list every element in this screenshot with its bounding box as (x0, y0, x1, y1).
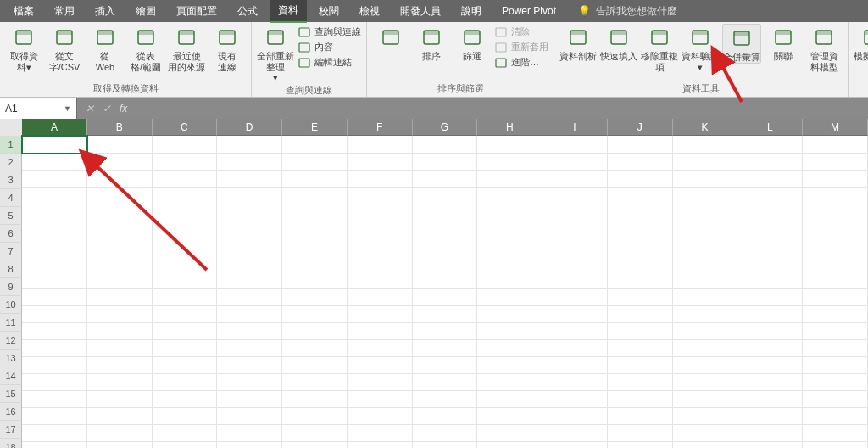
cell-L2[interactable] (737, 153, 803, 171)
select-all-corner[interactable] (0, 119, 23, 137)
from-text-csv-button[interactable]: 從文字/CSV (46, 24, 83, 72)
fx-icon[interactable]: fx (120, 103, 127, 115)
cell-C12[interactable] (153, 322, 218, 340)
cell-L11[interactable] (737, 305, 803, 323)
cell-L5[interactable] (737, 204, 803, 221)
cell-D6[interactable] (217, 221, 282, 238)
cell-B6[interactable] (87, 221, 153, 238)
row-header-15[interactable]: 15 (0, 385, 22, 403)
cell-F3[interactable] (348, 170, 413, 188)
col-header-A[interactable]: A (22, 119, 87, 136)
cell-D16[interactable] (217, 390, 282, 408)
cell-F19[interactable] (348, 441, 413, 448)
menu-tab-資料[interactable]: 資料 (270, 0, 307, 23)
cell-L4[interactable] (737, 187, 803, 204)
cell-G10[interactable] (413, 288, 478, 306)
cell-F11[interactable] (348, 305, 413, 323)
cell-C1[interactable] (153, 136, 218, 154)
cell-H14[interactable] (477, 356, 542, 374)
cell-D12[interactable] (217, 322, 282, 340)
cell-I3[interactable] (542, 170, 608, 188)
cell-K7[interactable] (673, 238, 738, 255)
cell-C9[interactable] (153, 272, 218, 289)
cell-L18[interactable] (737, 424, 803, 442)
cell-D11[interactable] (217, 305, 282, 323)
row-header-18[interactable]: 18 (0, 439, 22, 448)
cell-G2[interactable] (413, 153, 478, 171)
row-header-7[interactable]: 7 (0, 243, 22, 260)
col-header-K[interactable]: K (673, 119, 738, 136)
cell-J9[interactable] (608, 272, 673, 289)
cell-E11[interactable] (282, 305, 348, 323)
cell-J2[interactable] (608, 153, 673, 171)
cell-H6[interactable] (477, 221, 542, 238)
cell-J18[interactable] (608, 424, 673, 442)
cell-L7[interactable] (737, 238, 803, 255)
cell-B19[interactable] (87, 441, 153, 448)
cell-G6[interactable] (413, 221, 478, 238)
cell-J15[interactable] (608, 373, 673, 391)
col-header-G[interactable]: G (413, 119, 478, 136)
cell-F8[interactable] (348, 255, 413, 272)
cell-J17[interactable] (608, 407, 673, 425)
cell-G17[interactable] (413, 407, 478, 425)
cell-L14[interactable] (737, 356, 803, 374)
cell-L17[interactable] (737, 407, 803, 425)
relationships-button[interactable]: 關聯 (765, 24, 802, 62)
name-box[interactable]: A1 ▼ (0, 98, 77, 119)
cell-G13[interactable] (413, 339, 478, 357)
cell-C3[interactable] (153, 170, 218, 188)
cell-E16[interactable] (282, 390, 348, 408)
cell-C19[interactable] (153, 441, 218, 448)
cell-J12[interactable] (608, 322, 673, 340)
cell-M3[interactable] (803, 170, 868, 188)
cell-M9[interactable] (803, 272, 868, 289)
cell-E6[interactable] (282, 221, 348, 238)
cell-K10[interactable] (673, 288, 738, 306)
manage-data-model-button[interactable]: 管理資料模型 (805, 24, 843, 72)
col-header-D[interactable]: D (217, 119, 282, 136)
row-header-6[interactable]: 6 (0, 225, 22, 243)
cell-L3[interactable] (737, 170, 803, 188)
row-header-13[interactable]: 13 (0, 350, 22, 367)
cell-K8[interactable] (673, 255, 738, 272)
cell-B14[interactable] (87, 356, 153, 374)
cell-A19[interactable] (22, 441, 87, 448)
row-header-10[interactable]: 10 (0, 296, 22, 314)
cell-K11[interactable] (673, 305, 738, 323)
cell-K13[interactable] (673, 339, 738, 357)
cell-E19[interactable] (282, 441, 348, 448)
cell-G3[interactable] (413, 170, 478, 188)
cell-J13[interactable] (608, 339, 673, 357)
col-header-L[interactable]: L (737, 119, 803, 136)
cell-C16[interactable] (153, 390, 218, 408)
cell-F17[interactable] (348, 407, 413, 425)
cell-H16[interactable] (477, 390, 542, 408)
cell-E14[interactable] (282, 356, 348, 374)
cell-H18[interactable] (477, 424, 542, 442)
cell-L13[interactable] (737, 339, 803, 357)
cell-A13[interactable] (22, 339, 87, 357)
cell-E12[interactable] (282, 322, 348, 340)
cell-C17[interactable] (153, 407, 218, 425)
cell-I5[interactable] (542, 204, 608, 221)
cell-G4[interactable] (413, 187, 478, 204)
cell-H4[interactable] (477, 187, 542, 204)
row-header-4[interactable]: 4 (0, 189, 22, 207)
cell-H3[interactable] (477, 170, 542, 188)
col-header-H[interactable]: H (477, 119, 542, 136)
cell-A15[interactable] (22, 373, 87, 391)
cell-I18[interactable] (542, 424, 608, 442)
cell-F4[interactable] (348, 187, 413, 204)
col-header-E[interactable]: E (282, 119, 348, 136)
cell-J6[interactable] (608, 221, 673, 238)
cell-E7[interactable] (282, 238, 348, 255)
cell-H1[interactable] (477, 136, 542, 154)
cell-I10[interactable] (542, 288, 608, 306)
cell-J8[interactable] (608, 255, 673, 272)
row-header-8[interactable]: 8 (0, 260, 22, 278)
cell-C2[interactable] (153, 153, 218, 171)
flash-fill-button[interactable]: 快速填入 (600, 24, 637, 62)
cell-K12[interactable] (673, 322, 738, 340)
cell-A9[interactable] (22, 272, 87, 289)
